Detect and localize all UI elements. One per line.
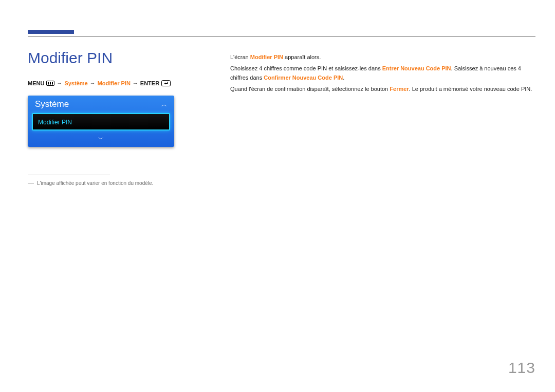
header-rule bbox=[28, 36, 535, 36]
osd-menu-item-selected[interactable]: Modifier PIN bbox=[32, 113, 170, 130]
osd-menu-header: Système ︿ bbox=[28, 96, 174, 113]
text: L'écran bbox=[230, 54, 250, 60]
chevron-up-icon[interactable]: ︿ bbox=[161, 102, 167, 107]
breadcrumb-menu-label: MENU bbox=[28, 79, 44, 87]
menu-icon bbox=[46, 81, 54, 86]
highlight-text: Modifier PIN bbox=[250, 54, 283, 60]
footnote: ― L'image affichée peut varier en foncti… bbox=[28, 180, 182, 186]
footnote-rule bbox=[28, 175, 110, 175]
svg-rect-2 bbox=[50, 82, 51, 85]
enter-icon bbox=[161, 80, 171, 86]
svg-rect-1 bbox=[48, 82, 49, 85]
arrow-right-icon: → bbox=[57, 79, 62, 87]
text: Quand l'écran de confirmation disparaît,… bbox=[230, 86, 390, 92]
breadcrumb: MENU → Système → Modifier PIN → ENTER bbox=[28, 79, 182, 87]
text: Choisissez 4 chiffres comme code PIN et … bbox=[230, 65, 382, 71]
manual-page: Modifier PIN MENU → Système → Modifier P… bbox=[0, 0, 555, 392]
left-column: Modifier PIN MENU → Système → Modifier P… bbox=[28, 49, 182, 186]
page-title: Modifier PIN bbox=[28, 49, 182, 67]
paragraph: Quand l'écran de confirmation disparaît,… bbox=[230, 84, 535, 94]
body-text: L'écran Modifier PIN apparaît alors. Cho… bbox=[230, 52, 535, 96]
breadcrumb-step-modifier-pin: Modifier PIN bbox=[98, 79, 131, 87]
page-number: 113 bbox=[508, 359, 535, 377]
footnote-dash: ― bbox=[28, 180, 34, 186]
paragraph: Choisissez 4 chiffres comme code PIN et … bbox=[230, 64, 535, 82]
highlight-text: Entrer Nouveau Code PIN bbox=[382, 65, 451, 71]
svg-rect-3 bbox=[52, 82, 53, 85]
chevron-down-icon[interactable]: ﹀ bbox=[98, 136, 104, 142]
osd-menu-item-label: Modifier PIN bbox=[38, 119, 72, 126]
highlight-text: Fermer bbox=[390, 86, 409, 92]
arrow-right-icon: → bbox=[90, 79, 96, 87]
footnote-text: L'image affichée peut varier en fonction… bbox=[37, 180, 153, 186]
breadcrumb-step-systeme: Système bbox=[64, 79, 87, 87]
osd-menu-header-label: Système bbox=[35, 99, 69, 109]
paragraph: L'écran Modifier PIN apparaît alors. bbox=[230, 52, 535, 62]
text: . bbox=[343, 74, 344, 81]
osd-menu-widget: Système ︿ Modifier PIN ﹀ bbox=[28, 96, 174, 147]
arrow-right-icon: → bbox=[133, 79, 138, 87]
osd-menu-footer: ﹀ bbox=[28, 130, 174, 147]
highlight-text: Confirmer Nouveau Code PIN bbox=[264, 74, 343, 81]
breadcrumb-enter-label: ENTER bbox=[140, 79, 159, 87]
text: . Le produit a mémorisé votre nouveau co… bbox=[409, 86, 532, 92]
header-tab-marker bbox=[28, 30, 74, 34]
text: apparaît alors. bbox=[283, 54, 321, 60]
